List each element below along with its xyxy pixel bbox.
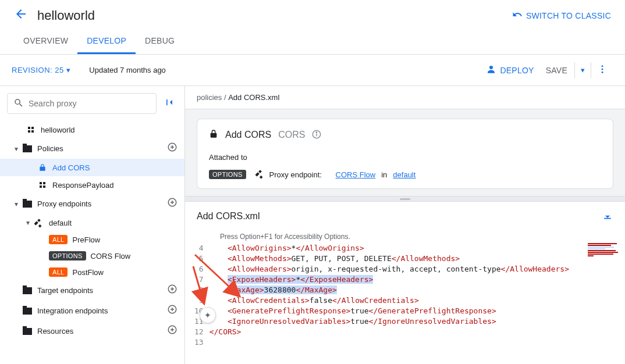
badge-options: OPTIONS [209, 170, 246, 179]
info-icon[interactable] [312, 130, 321, 141]
folder-icon [22, 306, 33, 316]
policy-type: CORS [278, 130, 305, 140]
tree-item-preflow-label: PreFlow [72, 235, 177, 244]
collapse-sidebar-button[interactable] [161, 94, 177, 113]
tree-target-endpoints[interactable]: Target endpoints [0, 280, 184, 301]
svg-point-11 [317, 132, 317, 133]
revision-bar: REVISION: 25 ▾ Updated 7 months ago DEPL… [0, 55, 625, 86]
tree-item-default-label: default [49, 219, 177, 227]
add-target-endpoint-button[interactable] [167, 284, 177, 297]
grid-icon [37, 180, 48, 190]
revision-updated: Updated 7 months ago [89, 66, 166, 74]
tree-item-corsflow[interactable]: OPTIONS CORS Flow [0, 248, 184, 264]
switch-to-classic-label: SWITCH TO CLASSIC [526, 11, 611, 20]
search-icon [13, 98, 24, 110]
search-row [0, 86, 184, 119]
policy-name: Add CORS [225, 130, 271, 140]
badge-options: OPTIONS [49, 251, 86, 260]
folder-icon [22, 326, 33, 337]
cors-flow-link[interactable]: CORS Flow [336, 170, 376, 179]
page-title: helloworld [37, 8, 512, 23]
tree-item-corsflow-label: CORS Flow [91, 252, 177, 260]
save-dropdown[interactable]: ▾ [574, 62, 591, 78]
breadcrumb: policies / Add CORS.xml [185, 86, 625, 109]
folder-icon [22, 199, 33, 209]
collapse-editor-button[interactable] [602, 209, 613, 223]
code-editor[interactable]: 45678910111213 <AllowOrigins>*</AllowOri… [185, 243, 625, 364]
back-arrow-icon[interactable] [14, 7, 28, 24]
tree-integration-endpoints[interactable]: Integration endpoints [0, 301, 184, 321]
breadcrumb-parent[interactable]: policies [197, 93, 222, 102]
tree-proxy-endpoints[interactable]: ▾ Proxy endpoints [0, 194, 184, 214]
tree-policies[interactable]: ▾ Policies [0, 138, 184, 159]
tree-item-postflow-label: PostFlow [72, 268, 177, 277]
tree-integration-endpoints-label: Integration endpoints [37, 306, 167, 315]
search-input-wrapper[interactable] [7, 93, 157, 114]
grid-icon [26, 124, 36, 135]
diamond-icon [257, 170, 264, 179]
tree-item-default[interactable]: ▾ default [0, 214, 184, 231]
tree: helloworld ▾ Policies Add CORS ResponseP… [0, 119, 184, 364]
save-button[interactable]: SAVE [539, 62, 574, 78]
tree-item-add-cors-label: Add CORS [52, 163, 177, 172]
attached-to-label: Attached to [209, 153, 601, 162]
tree-item-preflow[interactable]: ALL PreFlow [0, 231, 184, 248]
editor-header: Add CORS.xml [185, 202, 625, 230]
editor-filename: Add CORS.xml [197, 211, 602, 222]
deploy-button[interactable]: DEPLOY [481, 60, 538, 80]
svg-point-1 [602, 65, 603, 67]
tree-item-response-payload-label: ResponsePayload [52, 181, 177, 190]
lock-icon [37, 162, 48, 173]
tab-overview[interactable]: OVERVIEW [14, 29, 77, 54]
svg-point-2 [602, 69, 603, 70]
add-policy-button[interactable] [167, 142, 177, 155]
tree-resources-label: Resources [37, 327, 167, 336]
add-integration-endpoint-button[interactable] [167, 304, 177, 317]
editor-code[interactable]: <AllowOrigins>*</AllowOrigins> <AllowMet… [209, 243, 625, 364]
breadcrumb-current: Add CORS.xml [228, 93, 279, 102]
tree-root-label: helloworld [41, 126, 177, 134]
search-input[interactable] [29, 99, 150, 108]
in-text: in [381, 170, 387, 179]
editor-minimap[interactable] [588, 243, 623, 266]
editor-accessibility-hint: Press Option+F1 for Accessibility Option… [185, 230, 625, 243]
diamond-icon [34, 217, 44, 228]
switch-to-classic-button[interactable]: SWITCH TO CLASSIC [512, 9, 611, 23]
main: policies / Add CORS.xml Add CORS CORS At… [185, 86, 625, 364]
policy-detail-card: Add CORS CORS Attached to OPTIONS Proxy … [197, 119, 613, 189]
tree-item-response-payload[interactable]: ResponsePayload [0, 176, 184, 194]
ai-sparkle-button[interactable]: ✦ [200, 307, 216, 323]
header: helloworld SWITCH TO CLASSIC [0, 0, 625, 29]
tree-proxy-endpoints-label: Proxy endpoints [37, 199, 167, 208]
body: helloworld ▾ Policies Add CORS ResponseP… [0, 86, 625, 364]
badge-all: ALL [49, 235, 68, 244]
tab-develop[interactable]: DEVELOP [77, 29, 136, 54]
editor-gutter: 45678910111213 [185, 243, 209, 364]
tabs: OVERVIEW DEVELOP DEBUG [0, 29, 625, 55]
tree-target-endpoints-label: Target endpoints [37, 286, 167, 295]
default-link[interactable]: default [393, 170, 416, 179]
tree-item-postflow[interactable]: ALL PostFlow [0, 264, 184, 280]
pane-resize-handle[interactable] [185, 196, 625, 202]
revision-select[interactable]: REVISION: 25 ▾ [12, 66, 70, 74]
badge-all: ALL [49, 267, 68, 277]
person-icon [486, 64, 496, 76]
sidebar: helloworld ▾ Policies Add CORS ResponseP… [0, 86, 185, 364]
undo-icon [512, 9, 523, 23]
tree-policies-label: Policies [37, 144, 167, 153]
tree-root[interactable]: helloworld [0, 121, 184, 138]
chevron-down-icon: ▾ [10, 200, 22, 208]
svg-point-0 [489, 66, 493, 69]
deploy-label: DEPLOY [500, 66, 534, 75]
revision-label: REVISION: 25 [12, 66, 64, 74]
tab-debug[interactable]: DEBUG [136, 29, 184, 54]
more-menu-button[interactable] [591, 60, 613, 80]
tree-resources[interactable]: Resources [0, 321, 184, 341]
add-resource-button[interactable] [167, 324, 177, 338]
chevron-down-icon: ▾ [10, 145, 22, 153]
svg-point-3 [602, 72, 603, 73]
tree-item-add-cors[interactable]: Add CORS [0, 159, 184, 176]
add-proxy-endpoint-button[interactable] [167, 197, 177, 210]
attached-to-row: OPTIONS Proxy endpoint: CORS Flow in def… [209, 170, 601, 179]
folder-icon [22, 144, 33, 154]
